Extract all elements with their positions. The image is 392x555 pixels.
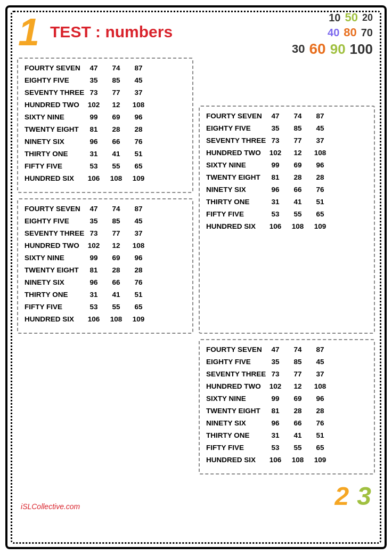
table-row: FOURTY SEVEN 477487 — [24, 205, 186, 213]
table-row: FIFTY FIVE 535565 — [206, 210, 368, 218]
table-row: FIFTY FIVE 535565 — [24, 162, 186, 170]
table-row: THIRTY ONE 314151 — [24, 291, 186, 299]
quiz-box-right-top: FOURTY SEVEN 477487 EIGHTY FIVE 358545 S… — [199, 106, 375, 334]
table-row: EIGHTY FIVE 358545 — [206, 358, 368, 366]
table-row: FOURTY SEVEN 477487 — [24, 64, 186, 72]
table-row: THIRTY ONE 314151 — [206, 431, 368, 439]
table-row: NINETY SIX 966676 — [206, 186, 368, 194]
table-row: SEVENTY THREE 737737 — [24, 89, 186, 96]
header-number-icon: 1 — [18, 13, 39, 51]
table-row: SIXTY NINE 996996 — [206, 161, 368, 169]
header: 1 TEST : numbers 10 50 20 40 80 70 30 60… — [13, 13, 379, 51]
site-logo: iSLCollective.com — [21, 502, 80, 511]
cloud-num-90: 90 — [330, 41, 346, 58]
cloud-num-60: 60 — [309, 41, 326, 58]
table-row: SEVENTY THREE 737737 — [206, 136, 368, 144]
table-row: FOURTY SEVEN 477487 — [206, 112, 368, 120]
table-row: TWENTY EIGHT 812828 — [206, 407, 368, 415]
table-row: TWENTY EIGHT 812828 — [24, 266, 186, 274]
table-row: NINETY SIX 966676 — [24, 278, 186, 286]
cloud-num-10: 10 — [329, 12, 340, 24]
table-row: HUNDRED TWO 10212108 — [206, 382, 368, 390]
table-row: NINETY SIX 966676 — [206, 419, 368, 427]
table-row: SIXTY NINE 996996 — [24, 113, 186, 121]
cloud-num-70: 70 — [361, 27, 373, 39]
footer: iSLCollective.com 2 3 — [13, 479, 379, 513]
page-title: TEST : numbers — [50, 23, 173, 41]
table-row: TWENTY EIGHT 812828 — [24, 125, 186, 133]
table-row: HUNDRED TWO 10212108 — [24, 242, 186, 250]
quiz-box-left-bottom: FOURTY SEVEN 477487 EIGHTY FIVE 358545 S… — [17, 198, 193, 334]
table-row: HUNDRED SIX 106108109 — [206, 222, 368, 230]
cloud-num-20: 20 — [362, 12, 373, 23]
table-row: HUNDRED SIX 106108109 — [206, 456, 368, 464]
page-container: 1 TEST : numbers 10 50 20 40 80 70 30 60… — [5, 5, 387, 549]
table-row: EIGHTY FIVE 358545 — [24, 217, 186, 225]
footer-numbers: 2 3 — [335, 481, 371, 511]
footer-number-3: 3 — [357, 481, 371, 511]
cloud-num-40: 40 — [328, 27, 339, 39]
table-row: SIXTY NINE 996996 — [24, 254, 186, 262]
table-row: SEVENTY THREE 737737 — [24, 229, 186, 237]
table-row: SIXTY NINE 996996 — [206, 395, 368, 403]
footer-number-2: 2 — [335, 481, 349, 511]
numbers-cloud: 10 50 20 40 80 70 30 60 90 100 — [278, 10, 374, 53]
cloud-num-50: 50 — [345, 11, 357, 25]
quiz-box-left-top: FOURTY SEVEN 477487 EIGHTY FIVE 358545 S… — [17, 58, 193, 193]
table-row: HUNDRED SIX 106108109 — [24, 315, 186, 323]
table-row: TWENTY EIGHT 812828 — [206, 173, 368, 181]
table-row: EIGHTY FIVE 358545 — [206, 124, 368, 132]
table-row: NINETY SIX 966676 — [24, 138, 186, 146]
table-row: HUNDRED SIX 106108109 — [24, 174, 186, 182]
table-row: THIRTY ONE 314151 — [206, 198, 368, 206]
table-row: FOURTY SEVEN 477487 — [206, 345, 368, 353]
table-row: FIFTY FIVE 535565 — [24, 303, 186, 311]
table-row: THIRTY ONE 314151 — [24, 150, 186, 158]
table-row: FIFTY FIVE 535565 — [206, 444, 368, 452]
content-grid: FOURTY SEVEN 477487 EIGHTY FIVE 358545 S… — [13, 58, 379, 474]
cloud-num-80: 80 — [344, 26, 356, 39]
cloud-num-100: 100 — [350, 41, 373, 58]
table-row: SEVENTY THREE 737737 — [206, 370, 368, 378]
table-row: HUNDRED TWO 10212108 — [24, 101, 186, 109]
cloud-num-30: 30 — [292, 42, 305, 56]
table-row: HUNDRED TWO 10212108 — [206, 149, 368, 157]
quiz-box-right-bottom: FOURTY SEVEN 477487 EIGHTY FIVE 358545 S… — [199, 339, 375, 474]
table-row: EIGHTY FIVE 358545 — [24, 76, 186, 84]
